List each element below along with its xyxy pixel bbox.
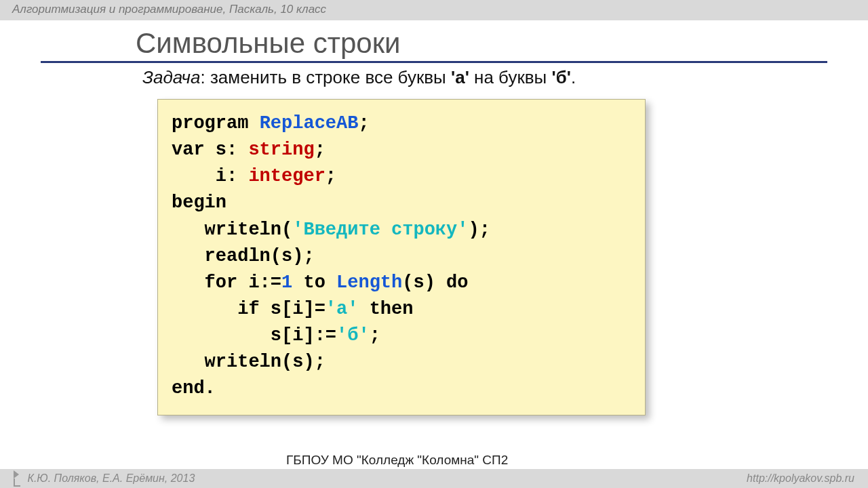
footer-left: К.Ю. Поляков, Е.А. Ерёмин, 2013 (14, 472, 195, 485)
code-block: program ReplaceAB; var s: string; i: int… (157, 99, 646, 415)
code-text: writeln(s); (172, 352, 326, 372)
code-string: 'Введите строку' (292, 220, 468, 240)
code-text: for i:= (172, 272, 281, 293)
footer-bar: К.Ю. Поляков, Е.А. Ерёмин, 2013 http://k… (0, 469, 868, 488)
college-line1: ГБПОУ МО "Колледж "Коломна" СП2 (286, 453, 508, 468)
task-text-1: : заменить в строке все буквы (200, 67, 451, 87)
code-punct: ; (326, 166, 336, 186)
code-progname: ReplaceAB (260, 113, 359, 134)
code-text: (s) do (402, 272, 468, 293)
code-text: var s: (172, 140, 248, 160)
code-punct: ); (468, 220, 490, 240)
code-type: string (248, 140, 314, 160)
return-arrow-icon (14, 470, 19, 479)
code-string: 'а' (326, 299, 359, 319)
code-text: i: (172, 166, 248, 186)
code-func: Length (336, 272, 402, 293)
code-text: program ReplaceAB; var s: string; i: int… (172, 110, 631, 403)
code-punct: ; (315, 140, 326, 160)
task-bold-a: 'а' (451, 67, 469, 87)
code-type: integer (248, 166, 325, 186)
course-header: Алгоритмизация и программирование, Паска… (0, 0, 868, 20)
task-tail: . (571, 67, 576, 87)
code-punct: ; (370, 325, 380, 346)
task-bold-b: 'б' (552, 67, 571, 87)
code-string: 'б' (336, 325, 370, 346)
task-text-2: на буквы (469, 67, 552, 87)
code-kw: begin (172, 192, 226, 213)
page-title: Символьные строки (136, 27, 868, 60)
code-text: then (358, 299, 413, 319)
footer-authors: К.Ю. Поляков, Е.А. Ерёмин, 2013 (27, 472, 195, 484)
footer-url: http://kpolyakov.spb.ru (747, 472, 854, 485)
title-underline (41, 61, 827, 63)
code-kw: end. (172, 378, 216, 399)
code-text: to (292, 272, 336, 293)
code-text: s[i]:= (172, 325, 336, 346)
course-line: Алгоритмизация и программирование, Паска… (12, 3, 326, 16)
task-line: Задача: заменить в строке все буквы 'а' … (142, 67, 868, 88)
slide-content: Символьные строки Задача: заменить в стр… (0, 20, 868, 415)
code-kw: program (172, 113, 260, 134)
task-label: Задача (142, 67, 200, 87)
code-text: writeln( (172, 220, 292, 240)
code-text: if s[i]= (172, 299, 326, 319)
code-punct: ; (358, 113, 369, 134)
code-text: readln(s); (172, 246, 315, 266)
code-number: 1 (281, 272, 292, 293)
